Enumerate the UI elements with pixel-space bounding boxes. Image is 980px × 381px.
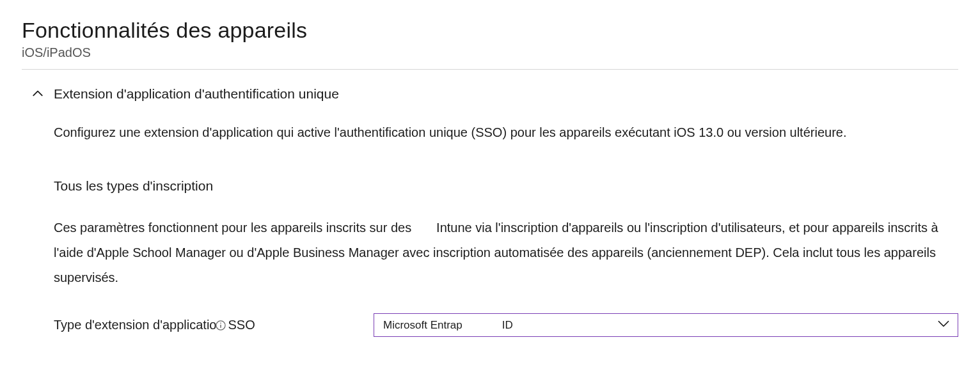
section-title: Extension d'application d'authentificati… <box>54 86 958 102</box>
sso-type-label-part2: SSO <box>228 318 255 332</box>
sso-type-label: Type d'extension d'applicatio SSO <box>54 318 374 332</box>
sso-type-value: Microsoft EntrapID <box>383 319 513 332</box>
sso-type-row: Type d'extension d'applicatio SSO Micros… <box>54 313 958 337</box>
chevron-down-icon <box>937 317 950 333</box>
collapse-toggle[interactable] <box>22 86 54 99</box>
subsection-title: Tous les types d'inscription <box>54 178 958 194</box>
svg-rect-1 <box>221 324 221 327</box>
sso-extension-section: Extension d'application d'authentificati… <box>22 86 958 337</box>
sso-type-value-part2: ID <box>502 319 513 331</box>
info-icon[interactable] <box>215 320 226 331</box>
svg-rect-2 <box>221 322 221 323</box>
subsection-description: Ces paramètres fonctionnent pour les app… <box>54 215 958 290</box>
sso-type-select[interactable]: Microsoft EntrapID <box>374 313 958 337</box>
subsection-desc-part1: Ces paramètres fonctionnent pour les app… <box>54 221 411 235</box>
sso-type-value-part1: Microsoft Entrap <box>383 319 462 331</box>
page-title: Fonctionnalités des appareils <box>22 18 958 43</box>
chevron-up-icon <box>32 88 43 99</box>
section-description: Configurez une extension d'application q… <box>54 123 958 141</box>
page-subtitle: iOS/iPadOS <box>22 45 958 60</box>
sso-type-label-part1: Type d'extension d'applicatio <box>54 318 216 332</box>
divider <box>22 69 958 70</box>
